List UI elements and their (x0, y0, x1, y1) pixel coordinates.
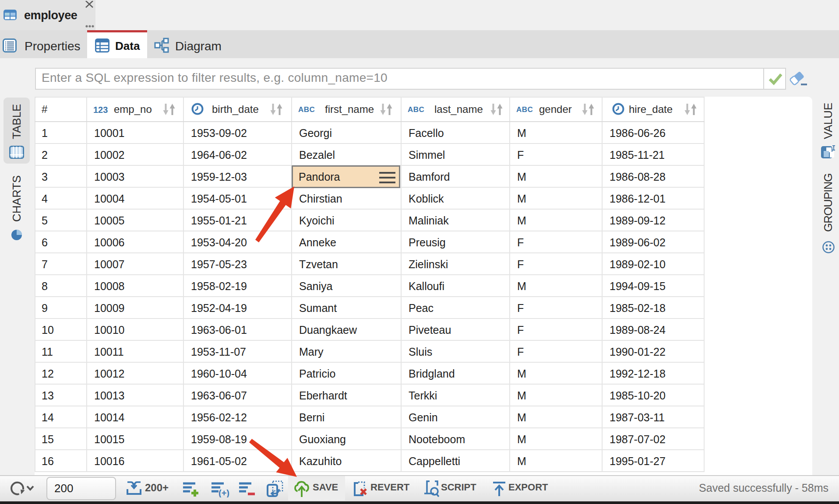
svg-text:(+): (+) (219, 488, 229, 497)
